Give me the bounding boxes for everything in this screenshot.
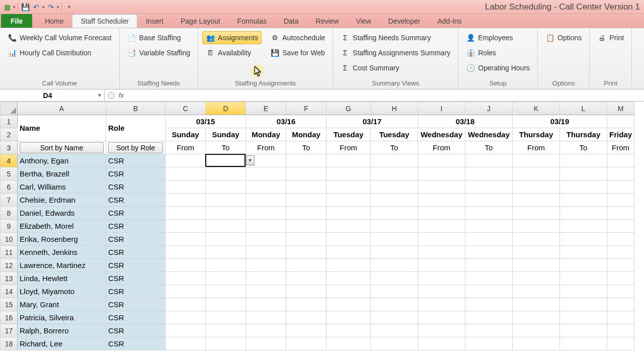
day-header[interactable]: Wednesday	[465, 128, 513, 141]
roles-button[interactable]: 👔Roles	[462, 46, 533, 59]
employee-name[interactable]: Elizabeth, Morel	[18, 220, 106, 233]
schedule-cell[interactable]	[206, 285, 246, 298]
role-header[interactable]: Role	[106, 115, 166, 141]
schedule-cell[interactable]	[327, 154, 371, 167]
tab-file[interactable]: File	[1, 14, 32, 28]
col-header-M[interactable]: M	[607, 102, 634, 115]
day-header[interactable]: Thursday	[560, 128, 607, 141]
name-box[interactable]: D4 ▼	[0, 89, 105, 101]
date-header[interactable]: 03/17	[327, 115, 418, 128]
employee-role[interactable]: CSR	[106, 272, 166, 285]
schedule-cell[interactable]	[327, 311, 371, 324]
schedule-cell[interactable]	[371, 167, 418, 180]
schedule-cell[interactable]	[513, 246, 560, 259]
schedule-cell[interactable]	[513, 324, 560, 337]
schedule-cell[interactable]	[286, 167, 327, 180]
schedule-cell[interactable]	[206, 154, 246, 167]
tab-review[interactable]: Review	[307, 14, 348, 28]
col-header-D[interactable]: D	[206, 102, 246, 115]
tab-developer[interactable]: Developer	[380, 14, 429, 28]
schedule-cell[interactable]	[371, 207, 418, 220]
schedule-cell[interactable]	[607, 259, 634, 272]
tab-view[interactable]: View	[347, 14, 379, 28]
base-staffing-button[interactable]: 📄Base Staffing	[124, 31, 194, 44]
schedule-cell[interactable]	[166, 233, 206, 246]
schedule-cell[interactable]	[246, 259, 286, 272]
employee-role[interactable]: CSR	[106, 194, 166, 207]
schedule-cell[interactable]	[286, 272, 327, 285]
schedule-cell[interactable]	[327, 285, 371, 298]
schedule-cell[interactable]	[607, 337, 634, 350]
employee-name[interactable]: Lloyd, Miyamoto	[18, 285, 106, 298]
schedule-cell[interactable]	[607, 233, 634, 246]
schedule-cell[interactable]	[560, 194, 607, 207]
schedule-cell[interactable]	[560, 233, 607, 246]
employee-name[interactable]: Bertha, Brazell	[18, 167, 106, 180]
row-header-7[interactable]: 7	[1, 194, 18, 207]
schedule-cell[interactable]	[166, 298, 206, 311]
schedule-cell[interactable]	[206, 207, 246, 220]
fromto-header[interactable]: To	[560, 141, 607, 154]
schedule-cell[interactable]	[465, 311, 513, 324]
schedule-cell[interactable]	[418, 167, 465, 180]
autoschedule-button[interactable]: ⚙Autoschedule	[267, 31, 329, 44]
schedule-cell[interactable]	[371, 337, 418, 350]
schedule-cell[interactable]	[607, 207, 634, 220]
save-web-button[interactable]: 💾Save for Web	[267, 46, 329, 59]
date-header[interactable]	[607, 115, 634, 128]
day-header[interactable]: Tuesday	[327, 128, 371, 141]
fromto-header[interactable]: To	[371, 141, 418, 154]
schedule-cell[interactable]	[418, 180, 465, 194]
schedule-cell[interactable]	[418, 154, 465, 167]
schedule-cell[interactable]	[327, 324, 371, 337]
schedule-cell[interactable]	[166, 337, 206, 350]
schedule-cell[interactable]	[371, 298, 418, 311]
employee-role[interactable]: CSR	[106, 311, 166, 324]
row-header-12[interactable]: 12	[1, 259, 18, 272]
employee-role[interactable]: CSR	[106, 285, 166, 298]
schedule-cell[interactable]	[246, 167, 286, 180]
schedule-cell[interactable]	[286, 246, 327, 259]
day-header[interactable]: Tuesday	[371, 128, 418, 141]
col-header-A[interactable]: A	[18, 102, 106, 115]
tab-staff-scheduler[interactable]: Staff Scheduler	[72, 14, 137, 28]
row-header-14[interactable]: 14	[1, 285, 18, 298]
schedule-cell[interactable]	[166, 207, 206, 220]
day-header[interactable]: Monday	[286, 128, 327, 141]
schedule-cell[interactable]	[513, 298, 560, 311]
schedule-cell[interactable]	[418, 337, 465, 350]
name-header[interactable]: Name	[18, 115, 106, 141]
col-header-K[interactable]: K	[513, 102, 560, 115]
row-header-4[interactable]: 4	[1, 154, 18, 167]
date-header[interactable]: 03/16	[246, 115, 327, 128]
schedule-cell[interactable]	[513, 180, 560, 194]
fromto-header[interactable]: To	[286, 141, 327, 154]
schedule-cell[interactable]	[371, 194, 418, 207]
tab-insert[interactable]: Insert	[137, 14, 172, 28]
fromto-header[interactable]: To	[465, 141, 513, 154]
schedule-cell[interactable]	[166, 180, 206, 194]
schedule-cell[interactable]	[327, 272, 371, 285]
row-header-9[interactable]: 9	[1, 220, 18, 233]
schedule-cell[interactable]	[607, 311, 634, 324]
schedule-cell[interactable]	[465, 194, 513, 207]
schedule-cell[interactable]	[513, 220, 560, 233]
schedule-cell[interactable]	[560, 259, 607, 272]
day-header[interactable]: Sunday	[206, 128, 246, 141]
tab-home[interactable]: Home	[36, 14, 72, 28]
schedule-cell[interactable]	[166, 311, 206, 324]
schedule-cell[interactable]	[286, 220, 327, 233]
schedule-cell[interactable]	[327, 298, 371, 311]
undo-icon[interactable]: ↶	[31, 2, 41, 12]
employee-name[interactable]: Patricia, Silveira	[18, 311, 106, 324]
schedule-cell[interactable]	[327, 337, 371, 350]
date-header[interactable]: 03/19	[513, 115, 607, 128]
schedule-cell[interactable]	[560, 272, 607, 285]
schedule-cell[interactable]	[560, 246, 607, 259]
employee-name[interactable]: Chelsie, Erdman	[18, 194, 106, 207]
fromto-header[interactable]: From	[246, 141, 286, 154]
employee-name[interactable]: Linda, Hewlett	[18, 272, 106, 285]
schedule-cell[interactable]	[465, 220, 513, 233]
schedule-cell[interactable]	[166, 154, 206, 167]
employee-name[interactable]: Carl, Williams	[18, 180, 106, 194]
